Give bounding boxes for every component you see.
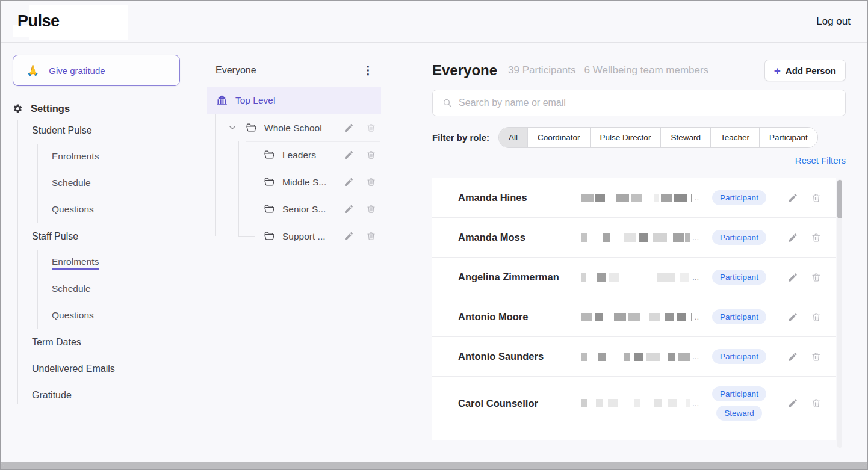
truncation-ellipsis: ... <box>692 273 699 282</box>
person-name: Amanda Moss <box>458 232 581 243</box>
sidebar-item-gratitude[interactable]: Gratitude <box>1 382 191 409</box>
redaction-block <box>661 194 672 202</box>
delete-trash-icon[interactable] <box>366 204 376 214</box>
redaction-block <box>609 273 619 282</box>
redaction-block <box>649 313 660 321</box>
delete-trash-icon[interactable] <box>811 351 822 362</box>
redaction-block <box>665 313 674 321</box>
staff-pulse-sublist: Enrolments Schedule Questions <box>37 250 191 329</box>
redaction-block <box>668 399 677 407</box>
sidebar-item-settings[interactable]: Settings <box>1 99 191 117</box>
redaction-block <box>678 353 690 361</box>
tree-node-label: Middle S... <box>282 177 326 188</box>
tree-node-child[interactable]: Middle S... <box>191 169 408 196</box>
sub-item-label: Schedule <box>52 283 91 295</box>
sidebar-item-staff-schedule[interactable]: Schedule <box>38 276 191 303</box>
person-name: Carol Counsellor <box>458 398 581 409</box>
sub-item-label: Questions <box>52 310 94 322</box>
tree-node-label: Whole School <box>264 123 322 134</box>
delete-trash-icon[interactable] <box>366 231 376 241</box>
tree-node-child[interactable]: Senior S... <box>191 196 408 223</box>
tree-node-child[interactable]: Leaders <box>191 141 408 169</box>
edit-pencil-icon[interactable] <box>344 204 354 214</box>
person-name: Antonio Moore <box>458 311 581 323</box>
redaction-block <box>657 273 675 282</box>
settings-label: Settings <box>31 103 70 114</box>
reset-filters-link[interactable]: Reset Filters <box>795 155 846 165</box>
edit-pencil-icon[interactable] <box>344 150 354 160</box>
scrollbar-thumb[interactable] <box>837 180 842 218</box>
kebab-menu-icon[interactable]: ⋮ <box>362 64 374 76</box>
filter-button-steward[interactable]: Steward <box>661 128 711 147</box>
delete-trash-icon[interactable] <box>811 312 822 323</box>
redaction-block <box>677 313 686 321</box>
sidebar-item-student-schedule[interactable]: Schedule <box>38 170 191 197</box>
sidebar-item-staff-enrolments-active[interactable]: Enrolments <box>38 250 191 276</box>
sidebar-item-student-enrolments[interactable]: Enrolments <box>38 144 191 170</box>
delete-trash-icon[interactable] <box>366 177 376 187</box>
edit-pencil-icon[interactable] <box>787 351 798 362</box>
table-row-person: Carol Counsellor ... ParticipantSteward <box>432 377 836 430</box>
truncation-ellipsis: .. <box>695 312 699 321</box>
redaction-block <box>581 399 587 407</box>
sidebar-item-student-pulse[interactable]: Student Pulse <box>1 117 191 144</box>
tree-node-label: Leaders <box>282 150 316 161</box>
role-badge-steward: Steward <box>716 406 762 421</box>
sidebar-nav: Student Pulse Enrolments Schedule Questi… <box>1 117 191 409</box>
tree-node-child[interactable]: Support ... <box>191 223 408 250</box>
sidebar-item-staff-pulse[interactable]: Staff Pulse <box>1 223 191 250</box>
redaction-block <box>691 313 692 321</box>
scrollbar-track[interactable] <box>837 179 842 448</box>
edit-pencil-icon[interactable] <box>787 272 798 283</box>
sub-item-label: Enrolments <box>52 256 99 270</box>
delete-trash-icon[interactable] <box>811 272 822 283</box>
redaction-block <box>581 273 586 282</box>
edit-pencil-icon[interactable] <box>344 177 354 187</box>
edit-pencil-icon[interactable] <box>787 398 798 409</box>
edit-pencil-icon[interactable] <box>344 231 354 241</box>
open-folder-icon <box>264 230 275 242</box>
tree-node-whole-school[interactable]: Whole School <box>191 114 408 141</box>
delete-trash-icon[interactable] <box>811 398 822 409</box>
delete-trash-icon[interactable] <box>366 150 376 160</box>
add-person-button[interactable]: + Add Person <box>764 60 846 81</box>
table-row-person: Amanda Hines .. Participant <box>432 178 836 218</box>
role-badge-participant: Participant <box>712 270 766 285</box>
tree-node-top-level[interactable]: Top Level <box>207 87 381 114</box>
left-sidebar: 🙏 Give gratitude Settings Student Pulse … <box>1 43 191 462</box>
redaction-block <box>685 233 690 242</box>
delete-trash-icon[interactable] <box>811 232 822 243</box>
role-filter-group: AllCoordinatorPulse DirectorStewardTeach… <box>498 127 818 148</box>
sidebar-item-student-questions[interactable]: Questions <box>38 197 191 223</box>
delete-trash-icon[interactable] <box>811 193 822 203</box>
filter-button-coordinator[interactable]: Coordinator <box>528 128 591 147</box>
redaction-block <box>595 313 603 321</box>
chevron-down-icon[interactable] <box>228 123 237 132</box>
give-gratitude-button[interactable]: 🙏 Give gratitude <box>13 55 180 86</box>
edit-pencil-icon[interactable] <box>787 193 798 203</box>
app-logo: Pulse <box>17 12 60 31</box>
top-bar: Pulse Log out <box>1 1 867 43</box>
redaction-block <box>608 399 618 407</box>
role-badges: Participant <box>704 309 775 324</box>
sidebar-item-staff-questions[interactable]: Questions <box>38 303 191 329</box>
sidebar-item-undelivered-emails[interactable]: Undelivered Emails <box>1 356 191 382</box>
filter-button-pulse-director[interactable]: Pulse Director <box>591 128 662 147</box>
sidebar-item-term-dates[interactable]: Term Dates <box>1 329 191 356</box>
redacted-email <box>581 399 690 407</box>
redaction-block <box>616 194 629 202</box>
filter-button-participant[interactable]: Participant <box>760 128 817 147</box>
add-person-label: Add Person <box>786 66 836 76</box>
search-input[interactable] <box>459 97 835 108</box>
edit-pencil-icon[interactable] <box>344 123 354 133</box>
edit-pencil-icon[interactable] <box>787 312 798 323</box>
delete-trash-icon[interactable] <box>366 123 376 133</box>
redaction-block <box>581 233 587 242</box>
redaction-block <box>614 313 626 321</box>
logout-link[interactable]: Log out <box>816 16 851 28</box>
role-badges: Participant <box>704 230 775 245</box>
edit-pencil-icon[interactable] <box>787 232 798 243</box>
filter-button-all[interactable]: All <box>499 128 528 147</box>
search-bar <box>432 90 846 116</box>
filter-button-teacher[interactable]: Teacher <box>711 128 760 147</box>
